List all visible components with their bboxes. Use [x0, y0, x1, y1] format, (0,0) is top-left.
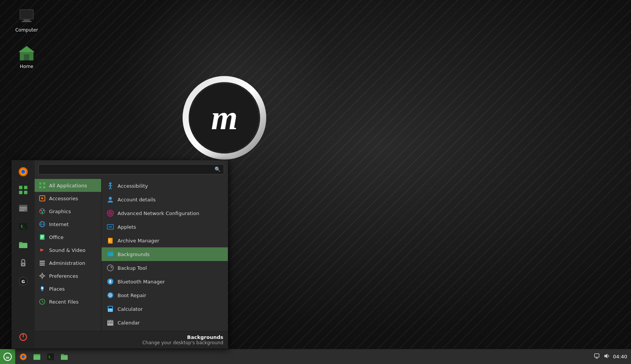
- svg-marker-50: [40, 248, 44, 252]
- category-recent-files[interactable]: Recent Files: [35, 295, 101, 308]
- category-office[interactable]: Office: [35, 231, 101, 244]
- account-details-label: Account details: [118, 197, 156, 203]
- category-administration[interactable]: Administration: [35, 256, 101, 269]
- category-accessories[interactable]: Accessories: [35, 192, 101, 205]
- sidebar-btn-terminal[interactable]: $_: [15, 218, 32, 235]
- app-item-boot-repair[interactable]: Boot Repair: [102, 288, 228, 302]
- menu-sidebar: $_ G: [12, 160, 35, 348]
- svg-rect-92: [111, 309, 113, 310]
- home-icon: [17, 44, 36, 62]
- app-item-archive-manager[interactable]: Archive Manager: [102, 234, 228, 247]
- app-item-account-details[interactable]: Account details: [102, 193, 228, 206]
- svg-point-55: [42, 275, 43, 277]
- category-graphics-label: Graphics: [49, 209, 71, 214]
- svg-rect-49: [41, 238, 43, 239]
- search-area: 🔍: [35, 160, 228, 177]
- category-internet[interactable]: Internet: [35, 218, 101, 231]
- mint-logo: m: [183, 76, 266, 160]
- sidebar-btn-apps[interactable]: [15, 182, 32, 198]
- sidebar-btn-power[interactable]: [15, 329, 32, 345]
- bluetooth-icon: [106, 277, 114, 286]
- home-icon-label: Home: [20, 64, 33, 69]
- svg-point-27: [22, 264, 24, 265]
- category-accessories-label: Accessories: [49, 196, 78, 201]
- menu-main: 🔍: [35, 160, 228, 348]
- sidebar-btn-gimp[interactable]: G: [15, 273, 32, 290]
- app-item-bluetooth[interactable]: Bluetooth Manager: [102, 275, 228, 288]
- category-sound-video-label: Sound & Video: [49, 247, 86, 253]
- calculator-icon: [106, 305, 114, 313]
- category-all-label: All Applications: [49, 183, 87, 188]
- svg-rect-17: [24, 191, 27, 194]
- category-preferences[interactable]: Preferences: [35, 269, 101, 282]
- sidebar-btn-firefox[interactable]: [15, 163, 32, 180]
- desktop-icon-computer[interactable]: Computer: [11, 8, 42, 33]
- svg-point-62: [109, 182, 111, 185]
- category-office-label: Office: [49, 234, 64, 240]
- menu-content: All Applications Accessories: [35, 177, 228, 331]
- svg-point-60: [41, 287, 43, 289]
- desktop-icon-home[interactable]: Home: [11, 44, 42, 69]
- taskbar-start-button[interactable]: m: [0, 349, 15, 364]
- svg-point-42: [41, 212, 43, 213]
- volume-tray-icon[interactable]: [603, 353, 610, 361]
- app-item-calculator[interactable]: Calculator: [102, 302, 228, 316]
- svg-rect-34: [39, 186, 41, 188]
- svg-rect-21: [20, 209, 27, 209]
- sidebar-btn-files[interactable]: [15, 200, 32, 217]
- boot-repair-label: Boot Repair: [118, 293, 146, 298]
- svg-rect-91: [110, 309, 111, 310]
- backup-tool-icon: [106, 264, 114, 272]
- category-internet-label: Internet: [49, 222, 69, 227]
- taskbar-terminal[interactable]: $_: [44, 350, 57, 363]
- account-details-icon: [106, 195, 114, 204]
- app-item-accessibility[interactable]: Accessibility: [102, 179, 228, 193]
- svg-line-66: [110, 187, 111, 189]
- taskbar-firefox[interactable]: [17, 350, 30, 363]
- archive-manager-icon: [106, 236, 114, 245]
- svg-rect-48: [41, 237, 44, 237]
- svg-text:$_: $_: [21, 224, 25, 229]
- svg-rect-1: [20, 10, 33, 19]
- taskbar-files-green[interactable]: [30, 350, 43, 363]
- status-app-name: Backgrounds: [39, 334, 223, 340]
- menu-categories: All Applications Accessories: [35, 177, 101, 331]
- svg-rect-89: [108, 307, 112, 308]
- internet-icon: [38, 220, 46, 228]
- preferences-icon: [38, 272, 46, 280]
- app-item-applets[interactable]: Applets: [102, 220, 228, 234]
- svg-rect-53: [40, 264, 45, 266]
- category-sound-video[interactable]: Sound & Video: [35, 244, 101, 256]
- archive-manager-label: Archive Manager: [118, 238, 159, 244]
- category-graphics[interactable]: Graphics: [35, 205, 101, 218]
- sidebar-btn-lock[interactable]: [15, 255, 32, 271]
- svg-point-40: [40, 210, 42, 211]
- svg-rect-15: [24, 186, 27, 189]
- computer-icon-label: Computer: [15, 27, 38, 33]
- app-item-adv-network[interactable]: Advanced Network Configuration: [102, 206, 228, 220]
- app-item-backup-tool[interactable]: Backup Tool: [102, 261, 228, 275]
- app-item-calendar[interactable]: Calendar: [102, 316, 228, 329]
- svg-rect-102: [111, 322, 113, 323]
- taskbar-folder[interactable]: [58, 350, 71, 363]
- svg-rect-101: [110, 322, 111, 323]
- backgrounds-icon: [106, 250, 114, 258]
- sidebar-btn-folder[interactable]: [15, 236, 32, 253]
- svg-rect-113: [594, 354, 599, 357]
- search-input[interactable]: [39, 165, 211, 174]
- svg-point-107: [22, 355, 25, 358]
- svg-rect-94: [110, 310, 111, 312]
- office-icon: [38, 233, 46, 241]
- accessories-icon: [38, 195, 46, 202]
- taskbar-clock: 04:40: [613, 354, 627, 359]
- svg-rect-2: [24, 19, 30, 21]
- app-item-backgrounds[interactable]: Backgrounds: [102, 247, 228, 261]
- network-tray-icon[interactable]: [593, 353, 600, 361]
- search-input-wrap[interactable]: 🔍: [38, 164, 224, 174]
- taskbar-items: $_: [15, 350, 593, 363]
- category-all-applications[interactable]: All Applications: [35, 179, 101, 192]
- category-places[interactable]: Places: [35, 282, 101, 295]
- backgrounds-label: Backgrounds: [118, 252, 149, 257]
- accessibility-label: Accessibility: [118, 183, 148, 189]
- adv-network-label: Advanced Network Configuration: [118, 210, 199, 216]
